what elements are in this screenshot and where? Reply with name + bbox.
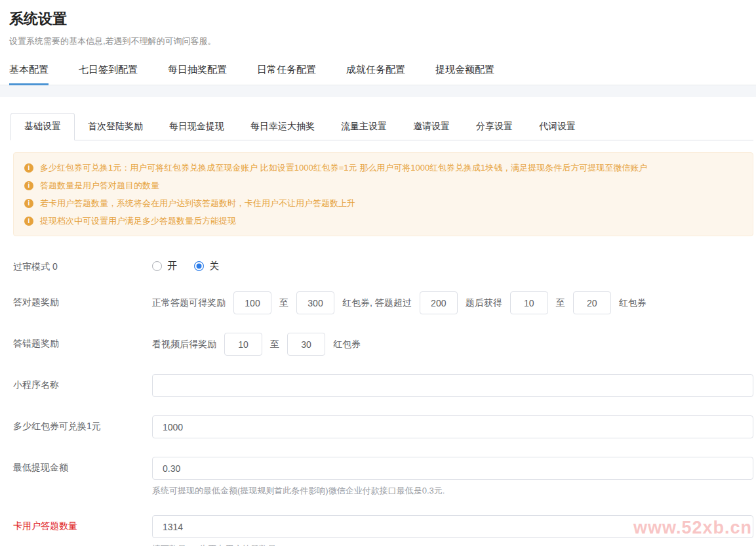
min-withdraw-help: 系统可提现的最低金额(提现规则首此条件影响)微信企业付款接口最低是0.3元. [152,485,753,497]
section-divider-band [0,85,756,97]
correct-reward-min-input[interactable] [233,291,271,314]
correct-reward-to1: 至 [279,297,288,309]
sub-tab-pronoun-settings[interactable]: 代词设置 [526,114,589,140]
sub-tab-bar: 基础设置 首次登陆奖励 每日现金提现 每日幸运大抽奖 流量主设置 邀请设置 分享… [10,113,753,140]
wrong-reward-label: 答错题奖励 [13,333,152,350]
wrong-reward-to1: 至 [270,339,279,350]
review-mode-label: 过审模式 0 [13,256,152,273]
correct-reward-seg1: 正常答题可得奖励 [152,297,226,309]
correct-reward-seg3: 题后获得 [466,297,502,309]
sub-tab-daily-cash-withdraw[interactable]: 每日现金提现 [156,114,237,140]
radio-label-on: 开 [167,260,177,272]
correct-reward-seg2: 红包券, 答题超过 [342,297,412,309]
page-header: 系统设置 设置系统需要的基本信息,若遇到不理解的可询问客服。 [0,0,756,47]
main-tab-withdraw-amount[interactable]: 提现金额配置 [435,55,494,85]
radio-circle-icon[interactable] [194,261,204,271]
coupon-per-yuan-input[interactable] [152,415,753,438]
form-row-wrong-reward: 答错题奖励 看视频后得奖励 至 红包券 [13,333,753,356]
form-row-correct-reward: 答对题奖励 正常答题可得奖励 至 红包券, 答题超过 题后获得 至 红包券 [13,291,753,314]
info-icon: i [24,199,33,208]
alert-line: i 若卡用户答题数量，系统将会在用户达到该答题数时，卡住用户不让用户答题数上升 [24,194,742,212]
lock-answer-count-input[interactable] [152,515,753,538]
main-tab-achievement-task[interactable]: 成就任务配置 [346,55,405,85]
wrong-reward-min-input[interactable] [224,333,262,356]
form-row-lock-answer-count: 卡用户答题数量 填写数量，0为不卡用户答题数量 [13,515,753,546]
alert-line: i 多少红包券可兑换1元：用户可将红包券兑换成至现金账户 比如设置1000红包券… [24,159,742,177]
mini-program-name-label: 小程序名称 [13,374,152,391]
review-mode-radio-group: 开 关 [152,256,753,272]
correct-reward-min2-input[interactable] [510,291,548,314]
sub-tab-daily-lucky-draw[interactable]: 每日幸运大抽奖 [237,114,328,140]
lock-answer-count-label: 卡用户答题数量 [13,515,152,532]
main-tab-bar: 基本配置 七日签到配置 每日抽奖配置 日常任务配置 成就任务配置 提现金额配置 [0,55,756,85]
page-title: 系统设置 [9,9,747,29]
alert-text: 提现档次中可设置用户满足多少答题数量后方能提现 [40,212,236,230]
settings-form: 过审模式 0 开 关 答对题奖励 正常答题可得奖励 至 红包 [0,256,756,546]
lock-answer-count-help: 填写数量，0为不卡用户答题数量 [152,543,753,546]
correct-reward-label: 答对题奖励 [13,291,152,308]
min-withdraw-input[interactable] [152,457,753,480]
radio-option-off[interactable]: 关 [194,260,219,272]
form-row-review-mode: 过审模式 0 开 关 [13,256,753,273]
warning-alert-box: i 多少红包券可兑换1元：用户可将红包券兑换成至现金账户 比如设置1000红包券… [13,152,753,236]
wrong-reward-seg2: 红包券 [333,339,361,350]
mini-program-name-input[interactable] [152,374,753,397]
main-tab-seven-day-signin[interactable]: 七日签到配置 [79,55,138,85]
radio-label-off: 关 [209,260,219,272]
main-tab-daily-task[interactable]: 日常任务配置 [257,55,316,85]
main-tab-daily-lottery[interactable]: 每日抽奖配置 [168,55,227,85]
alert-line: i 提现档次中可设置用户满足多少答题数量后方能提现 [24,212,742,230]
sub-tab-basic-settings[interactable]: 基础设置 [10,113,75,140]
correct-reward-seg4: 红包券 [619,297,647,309]
wrong-reward-seg1: 看视频后得奖励 [152,339,216,350]
sub-tab-traffic-settings[interactable]: 流量主设置 [328,114,400,140]
coupon-per-yuan-label: 多少红包券可兑换1元 [13,415,152,432]
page-subtitle: 设置系统需要的基本信息,若遇到不理解的可询问客服。 [9,35,747,47]
sub-tab-share-settings[interactable]: 分享设置 [463,114,526,140]
alert-text: 多少红包券可兑换1元：用户可将红包券兑换成至现金账户 比如设置1000红包券=1… [40,159,647,177]
main-tab-basic-config[interactable]: 基本配置 [9,55,49,85]
info-icon: i [24,217,33,226]
sub-tab-invite-settings[interactable]: 邀请设置 [400,114,463,140]
form-row-min-withdraw: 最低提现金额 系统可提现的最低金额(提现规则首此条件影响)微信企业付款接口最低是… [13,457,753,497]
info-icon: i [24,163,33,173]
alert-text: 若卡用户答题数量，系统将会在用户达到该答题数时，卡住用户不让用户答题数上升 [40,194,355,212]
form-row-mini-program-name: 小程序名称 [13,374,753,397]
sub-tab-first-login-reward[interactable]: 首次登陆奖励 [75,114,156,140]
correct-reward-max-input[interactable] [296,291,334,314]
info-icon: i [24,181,33,190]
radio-circle-icon[interactable] [152,261,162,271]
correct-reward-over-input[interactable] [420,291,458,314]
alert-line: i 答题数量是用户答对题目的数量 [24,177,742,194]
form-row-coupon-per-yuan: 多少红包券可兑换1元 [13,415,753,438]
wrong-reward-max-input[interactable] [287,333,325,356]
correct-reward-to2: 至 [556,297,565,309]
radio-option-on[interactable]: 开 [152,260,177,272]
correct-reward-max2-input[interactable] [573,291,611,314]
alert-text: 答题数量是用户答对题目的数量 [40,177,159,194]
min-withdraw-label: 最低提现金额 [13,457,152,474]
